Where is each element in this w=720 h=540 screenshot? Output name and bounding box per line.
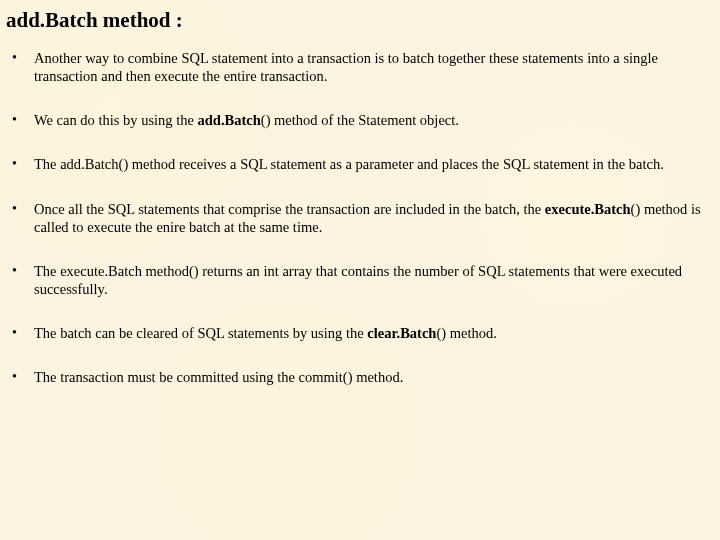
bullet-text-pre: Another way to combine SQL statement int… [34,50,658,84]
bullet-item: The add.Batch() method receives a SQL st… [6,155,710,173]
bullet-text-pre: The execute.Batch method() returns an in… [34,263,682,297]
bullet-item: We can do this by using the add.Batch() … [6,111,710,129]
slide-title: add.Batch method : [6,8,710,33]
bullet-item: Once all the SQL statements that compris… [6,200,710,236]
bullet-text-pre: Once all the SQL statements that compris… [34,201,545,217]
bullet-item: The transaction must be committed using … [6,368,710,386]
bullet-text-bold: add.Batch [198,112,261,128]
bullet-list: Another way to combine SQL statement int… [6,49,710,386]
bullet-item: The execute.Batch method() returns an in… [6,262,710,298]
bullet-item: Another way to combine SQL statement int… [6,49,710,85]
bullet-text-pre: The batch can be cleared of SQL statemen… [34,325,367,341]
bullet-text-post: () method. [436,325,496,341]
bullet-text-pre: The transaction must be committed using … [34,369,403,385]
bullet-text-bold: clear.Batch [367,325,436,341]
bullet-text-bold: execute.Batch [545,201,631,217]
bullet-text-pre: We can do this by using the [34,112,198,128]
bullet-text-pre: The add.Batch() method receives a SQL st… [34,156,664,172]
bullet-item: The batch can be cleared of SQL statemen… [6,324,710,342]
bullet-text-post: () method of the Statement object. [261,112,459,128]
